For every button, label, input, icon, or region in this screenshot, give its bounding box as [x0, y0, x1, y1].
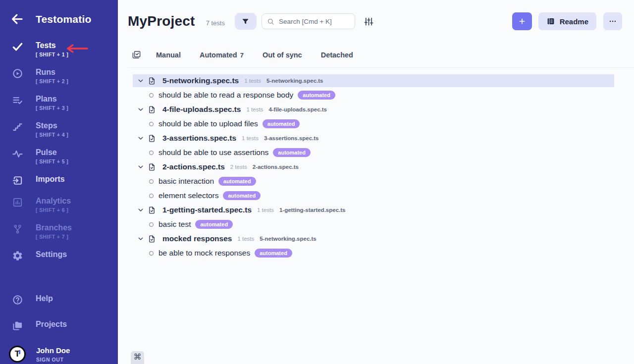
test-status-circle-icon	[149, 93, 154, 98]
group-test-count: 1 tests	[237, 236, 254, 242]
test-group-row[interactable]: mocked responses 1 tests 5-networking.sp…	[133, 232, 614, 245]
test-group-row[interactable]: 4-file-uploads.spec.ts 1 tests 4-file-up…	[133, 103, 614, 116]
test-group-row[interactable]: 3-assertions.spec.ts 1 tests 3-assertion…	[133, 132, 614, 145]
sidebar-item-pulse[interactable]: Pulse [ SHIFT + 5 ]	[0, 148, 118, 164]
folders-icon	[12, 320, 23, 331]
sidebar-item-label: Imports	[36, 175, 65, 183]
more-options-button[interactable]	[603, 12, 622, 30]
group-file-path: 3-assertions.spec.ts	[264, 135, 319, 141]
test-title: basic test	[158, 220, 191, 229]
book-icon	[546, 17, 555, 26]
display-settings-icon[interactable]	[364, 16, 374, 27]
test-row[interactable]: be able to mock responses automated	[133, 247, 614, 260]
test-row[interactable]: basic interaction automated	[133, 175, 614, 188]
search-box[interactable]	[262, 13, 355, 29]
group-file-path: 2-actions.spec.ts	[253, 164, 299, 170]
chevron-down-icon[interactable]	[137, 163, 144, 170]
sidebar-item-analytics[interactable]: Analytics [ SHIFT + 6 ]	[0, 197, 118, 213]
automated-badge: automated	[218, 177, 256, 186]
import-icon	[12, 175, 23, 186]
sidebar-item-label: Help	[36, 294, 53, 303]
user-account[interactable]: T John Doe SIGN OUT	[0, 346, 118, 363]
tab-out-of-sync[interactable]: Out of sync	[263, 51, 302, 59]
group-title: mocked responses	[162, 234, 232, 243]
sidebar-item-help[interactable]: Help	[0, 294, 118, 306]
filter-button[interactable]	[235, 13, 257, 30]
test-group-row[interactable]: 2-actions.spec.ts 2 tests 2-actions.spec…	[133, 160, 614, 173]
sidebar-item-label: Branches	[36, 223, 72, 232]
bar-chart-icon	[12, 197, 23, 208]
chevron-down-icon[interactable]	[137, 106, 144, 113]
tab-manual[interactable]: Manual	[156, 51, 181, 59]
stairs-icon	[12, 121, 23, 133]
tests-count: 7 tests	[206, 16, 225, 27]
sidebar-item-shortcut: [ SHIFT + 3 ]	[36, 105, 68, 111]
sidebar: Testomatio Tests [ SHIFT + 1 ]	[0, 0, 118, 364]
sign-out-link[interactable]: SIGN OUT	[36, 357, 70, 363]
search-input[interactable]	[279, 18, 350, 25]
sidebar-item-imports[interactable]: Imports	[0, 175, 118, 186]
group-title: 2-actions.spec.ts	[162, 162, 225, 171]
automated-badge: automated	[298, 91, 335, 100]
main-header: MyProject 7 tests Readme	[128, 12, 622, 30]
page-title: MyProject	[128, 13, 195, 30]
chevron-down-icon[interactable]	[137, 207, 144, 213]
sidebar-header: Testomatio	[0, 12, 118, 26]
sidebar-item-projects[interactable]: Projects	[0, 320, 118, 331]
sidebar-item-label: Runs	[36, 68, 55, 76]
group-test-count: 1 tests	[257, 207, 274, 213]
sidebar-item-shortcut: [ SHIFT + 1 ]	[36, 52, 68, 57]
test-row[interactable]: should be able to upload files automated	[133, 117, 614, 130]
help-circle-icon	[12, 294, 23, 306]
sidebar-item-runs[interactable]: Runs [ SHIFT + 2 ]	[0, 68, 118, 84]
test-group-row[interactable]: 1-getting-started.spec.ts 1 tests 1-gett…	[133, 204, 614, 216]
funnel-icon	[242, 18, 249, 25]
group-title: 3-assertions.spec.ts	[162, 134, 236, 143]
test-group-row[interactable]: 5-networking.spec.ts 1 tests 5-networkin…	[133, 74, 614, 87]
group-file-path: 5-networking.spec.ts	[266, 78, 323, 84]
activity-icon	[12, 148, 23, 159]
sidebar-item-label: Analytics	[36, 197, 71, 205]
check-icon	[12, 41, 23, 52]
ellipsis-icon	[608, 17, 617, 26]
chevron-down-icon[interactable]	[137, 235, 144, 242]
test-list: 5-networking.spec.ts 1 tests 5-networkin…	[133, 74, 614, 260]
add-button[interactable]	[512, 12, 532, 30]
select-all-icon[interactable]	[132, 50, 141, 59]
file-check-icon	[148, 206, 156, 214]
sidebar-item-plans[interactable]: Plans [ SHIFT + 3 ]	[0, 95, 118, 111]
sidebar-item-label: Projects	[36, 320, 67, 328]
readme-button[interactable]: Readme	[538, 12, 596, 30]
tab-bar: Manual Automated 7 Out of sync Detached	[128, 50, 634, 68]
file-check-icon	[148, 77, 156, 85]
command-shortcut-button[interactable]: ⌘	[131, 351, 144, 364]
sidebar-item-tests[interactable]: Tests [ SHIFT + 1 ]	[0, 41, 118, 57]
test-status-circle-icon	[149, 179, 154, 184]
tab-detached[interactable]: Detached	[321, 51, 353, 59]
test-row[interactable]: element selectors automated	[133, 189, 614, 202]
sidebar-item-settings[interactable]: Settings	[0, 250, 118, 261]
test-title: basic interaction	[158, 177, 214, 186]
back-arrow-icon[interactable]	[10, 12, 24, 26]
sidebar-item-shortcut: [ SHIFT + 4 ]	[36, 132, 68, 138]
chevron-down-icon[interactable]	[137, 135, 144, 142]
avatar: T	[9, 346, 26, 363]
file-check-icon	[148, 134, 156, 143]
plus-icon	[518, 17, 526, 25]
tab-automated[interactable]: Automated 7	[200, 51, 244, 59]
test-title: should be able to read a response body	[158, 91, 293, 100]
group-title: 4-file-uploads.spec.ts	[162, 105, 241, 114]
automated-badge: automated	[255, 249, 292, 258]
test-row[interactable]: should be able to read a response body a…	[133, 89, 614, 102]
chevron-down-icon[interactable]	[137, 77, 144, 84]
sidebar-item-branches[interactable]: Branches [ SHIFT + 7 ]	[0, 223, 118, 240]
test-status-circle-icon	[149, 222, 154, 227]
test-row[interactable]: basic test automated	[133, 218, 614, 231]
test-status-circle-icon	[149, 121, 154, 127]
file-check-icon	[148, 105, 156, 114]
sidebar-item-steps[interactable]: Steps [ SHIFT + 4 ]	[0, 121, 118, 138]
test-row[interactable]: should be able to use assertions automat…	[133, 146, 614, 159]
sidebar-footer-nav: Help Projects	[0, 294, 118, 331]
file-check-icon	[148, 163, 156, 171]
search-icon	[267, 18, 274, 25]
